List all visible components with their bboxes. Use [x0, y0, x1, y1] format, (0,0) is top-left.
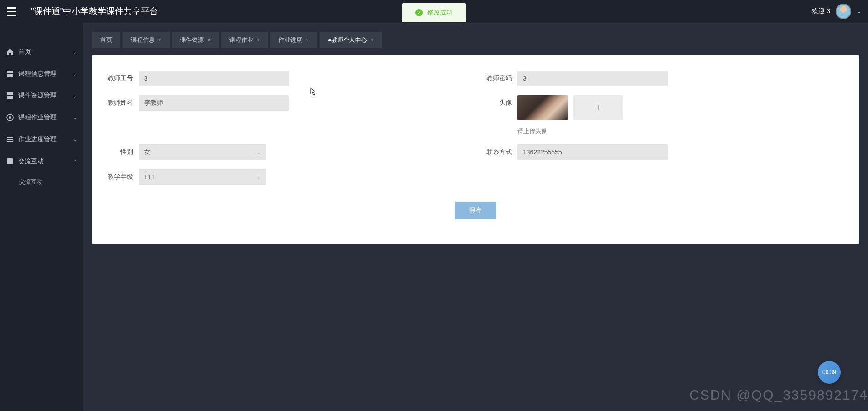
svg-rect-10	[7, 137, 13, 138]
svg-rect-5	[10, 92, 13, 95]
teacher-pwd-input[interactable]	[517, 71, 668, 86]
sidebar-item-interaction[interactable]: 交流互动 ⌃	[0, 150, 83, 172]
tab-home[interactable]: 首页	[92, 32, 120, 48]
grid-icon	[6, 70, 14, 77]
success-notification: ✓ 修改成功	[402, 3, 466, 22]
tab-course-info[interactable]: 课程信息 ×	[123, 32, 170, 48]
tab-progress[interactable]: 作业进度 ×	[270, 32, 317, 48]
main-content: 首页 课程信息 × 课件资源 × 课程作业 × 作业进度 × ●教师个人中心 ×	[83, 23, 868, 411]
notification-text: 修改成功	[427, 9, 453, 17]
avatar-label: 头像	[480, 95, 512, 107]
close-icon[interactable]: ×	[158, 37, 161, 43]
sidebar-item-home[interactable]: 首页 ⌄	[0, 41, 83, 63]
avatar-preview[interactable]	[517, 95, 568, 120]
chevron-down-icon: ⌄	[73, 137, 77, 142]
sidebar-item-course-info[interactable]: 课程信息管理 ⌄	[0, 63, 83, 85]
teacher-pwd-label: 教师密码	[480, 71, 512, 82]
svg-rect-6	[7, 96, 10, 99]
tab-label: ●教师个人中心	[328, 36, 367, 44]
time-text: 06:39	[822, 369, 836, 375]
tab-teacher-center[interactable]: ●教师个人中心 ×	[320, 32, 382, 48]
close-icon[interactable]: ×	[257, 37, 260, 43]
svg-rect-0	[7, 71, 10, 73]
close-icon[interactable]: ×	[306, 37, 309, 43]
svg-point-9	[9, 116, 11, 119]
grade-select[interactable]: 111 ⌄	[139, 169, 266, 185]
svg-rect-11	[7, 139, 13, 140]
header: "课件通"中小学教学课件共享平台 ✓ 修改成功 欢迎 3 ⌄	[0, 0, 868, 23]
save-button[interactable]: 保存	[455, 202, 496, 219]
tab-label: 首页	[100, 36, 112, 44]
chevron-down-icon: ⌄	[257, 149, 261, 155]
svg-rect-13	[7, 158, 13, 164]
disc-icon	[6, 114, 14, 121]
gender-value: 女	[144, 148, 150, 156]
gender-select[interactable]: 女 ⌄	[139, 144, 266, 160]
sidebar-item-label: 作业进度管理	[18, 135, 68, 144]
svg-rect-3	[10, 74, 13, 77]
svg-rect-7	[10, 96, 13, 99]
chevron-down-icon[interactable]: ⌄	[857, 8, 861, 15]
close-icon[interactable]: ×	[207, 37, 211, 43]
welcome-text: 欢迎 3	[812, 7, 830, 15]
tab-label: 课程信息	[131, 36, 155, 44]
bars-icon	[6, 136, 14, 143]
form-panel: 教师工号 教师密码 教师姓名 头像	[92, 55, 859, 244]
sidebar: 首页 ⌄ 课程信息管理 ⌄ 课件资源管理 ⌄ 课程作业管理 ⌄ 作业进度管理 ⌄…	[0, 23, 83, 411]
menu-toggle-icon[interactable]	[7, 5, 20, 18]
tab-label: 课件资源	[180, 36, 204, 44]
tab-resource[interactable]: 课件资源 ×	[172, 32, 219, 48]
sidebar-item-label: 课件资源管理	[18, 92, 68, 100]
header-right: 欢迎 3 ⌄	[812, 4, 861, 19]
sidebar-item-label: 首页	[18, 48, 68, 56]
teacher-name-label: 教师姓名	[101, 95, 133, 107]
grid-icon	[6, 92, 14, 99]
sidebar-item-label: 课程作业管理	[18, 113, 68, 122]
svg-rect-2	[7, 74, 10, 77]
book-icon	[6, 158, 14, 165]
user-avatar[interactable]	[836, 4, 851, 19]
chevron-up-icon: ⌃	[73, 159, 77, 164]
chevron-down-icon: ⌄	[73, 72, 77, 77]
teacher-id-label: 教师工号	[101, 71, 133, 82]
tab-label: 课程作业	[229, 36, 253, 44]
home-icon	[6, 48, 14, 56]
sidebar-item-progress[interactable]: 作业进度管理 ⌄	[0, 128, 83, 150]
teacher-id-input[interactable]	[139, 71, 289, 86]
upload-button[interactable]: +	[573, 95, 623, 120]
chevron-down-icon: ⌄	[73, 93, 77, 98]
teacher-name-input[interactable]	[139, 95, 289, 111]
chevron-down-icon: ⌄	[257, 174, 261, 180]
tabs-bar: 首页 课程信息 × 课件资源 × 课程作业 × 作业进度 × ●教师个人中心 ×	[92, 32, 859, 48]
close-icon[interactable]: ×	[371, 37, 374, 43]
chevron-down-icon: ⌄	[73, 115, 77, 120]
sidebar-item-label: 交流互动	[18, 157, 68, 165]
floating-time-badge[interactable]: 06:39	[818, 361, 841, 384]
chevron-down-icon: ⌄	[73, 50, 77, 55]
contact-input[interactable]	[517, 144, 668, 160]
sidebar-item-label: 课程信息管理	[18, 70, 68, 78]
svg-rect-1	[10, 71, 13, 73]
gender-label: 性别	[101, 144, 133, 156]
sidebar-item-resource[interactable]: 课件资源管理 ⌄	[0, 85, 83, 107]
avatar-hint: 请上传头像	[517, 127, 623, 135]
grade-label: 教学年级	[101, 169, 133, 181]
plus-icon: +	[595, 102, 601, 114]
sidebar-sub-interaction[interactable]: 交流互动	[0, 172, 83, 191]
tab-homework[interactable]: 课程作业 ×	[221, 32, 268, 48]
grade-value: 111	[144, 173, 155, 180]
tab-label: 作业进度	[279, 36, 302, 44]
contact-label: 联系方式	[480, 144, 512, 156]
app-title: "课件通"中小学教学课件共享平台	[31, 5, 159, 17]
watermark: CSDN @QQ_3359892174	[689, 387, 868, 403]
check-icon: ✓	[415, 9, 423, 16]
sidebar-item-homework[interactable]: 课程作业管理 ⌄	[0, 107, 83, 128]
svg-rect-4	[7, 92, 10, 95]
svg-rect-12	[7, 141, 13, 142]
